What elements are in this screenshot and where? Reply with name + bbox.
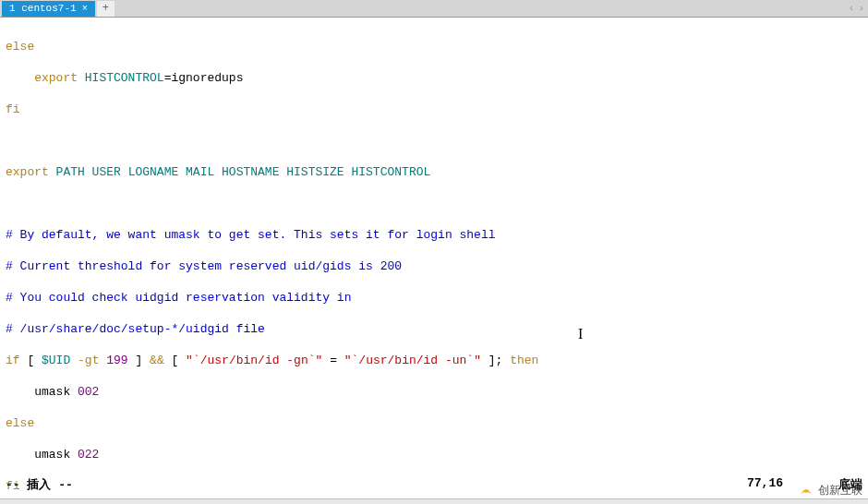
code-line: else <box>6 415 862 431</box>
code-line: # /usr/share/doc/setup-*/uidgid file <box>6 321 862 337</box>
code-line: umask 022 <box>6 447 862 462</box>
tab-bar: 1 centos7-1 × + ‹ › <box>0 0 868 18</box>
watermark-text: 创新互联 <box>818 483 862 498</box>
tab-label: 1 centos7-1 <box>9 3 77 14</box>
code-line: # Current threshold for system reserved … <box>6 258 862 274</box>
code-line <box>6 196 862 211</box>
tab-add-button[interactable]: + <box>97 1 115 17</box>
code-line: fi <box>6 102 862 117</box>
tab-active[interactable]: 1 centos7-1 × <box>2 1 95 17</box>
code-line: if [ $UID -gt 199 ] && [ "`/usr/bin/id -… <box>6 353 862 368</box>
text-caret-icon: I <box>578 326 583 342</box>
tab-nav: ‹ › <box>849 3 868 14</box>
code-line: umask 002 <box>6 384 862 400</box>
code-line: export PATH USER LOGNAME MAIL HOSTNAME H… <box>6 164 862 180</box>
status-line: -- 插入 -- 77,16 底端 <box>6 476 862 493</box>
watermark-icon <box>798 482 814 498</box>
code-line: export HISTCONTROL=ignoredups <box>6 70 862 86</box>
code-line: # You could check uidgid reservation val… <box>6 290 862 306</box>
editor-pane[interactable]: else export HISTCONTROL=ignoredups fi ex… <box>0 18 868 504</box>
watermark: 创新互联 <box>798 482 862 498</box>
code-line: else <box>6 39 862 54</box>
code-line: # By default, we want umask to get set. … <box>6 227 862 243</box>
nav-next-icon[interactable]: › <box>858 3 864 14</box>
bottom-bar <box>0 498 868 504</box>
nav-prev-icon[interactable]: ‹ <box>849 3 855 14</box>
tab-close-icon[interactable]: × <box>82 4 88 14</box>
cursor-position: 77,16 <box>747 476 783 493</box>
vim-mode: -- 插入 -- <box>6 476 747 493</box>
code-line <box>6 133 862 149</box>
